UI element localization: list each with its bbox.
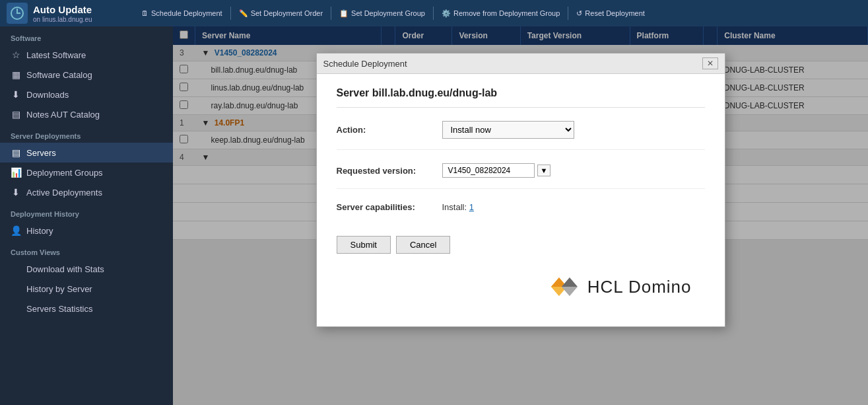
edit-icon: ✏️ [239,9,248,18]
version-box: V1450_08282024 [442,163,535,178]
svg-marker-6 [562,287,578,296]
sidebar-item-latest-software[interactable]: ☆ Latest Software [0,45,173,65]
main-area: Software ☆ Latest Software ▦ Software Ca… [0,26,868,405]
set-deployment-group-btn[interactable]: 📋 Set Deployment Group [334,7,430,20]
reset-deployment-btn[interactable]: ↺ Reset Deployment [571,7,650,20]
hcl-logo-icon [546,274,582,300]
modal-action-field: Action: Install now Schedule Cancel [337,121,705,150]
server-deployments-section-label: Server Deployments [0,124,173,143]
version-value: V1450_08282024 ▼ [442,163,705,178]
spacer-icon-1 [11,264,21,274]
content-area: Server Name Order Version Target Version… [173,26,868,405]
capabilities-text: Install: [442,202,469,212]
app-title-block: Auto Update on linus.lab.dnug.eu [33,4,92,23]
sidebar-item-servers-statistics[interactable]: Servers Statistics [0,299,173,318]
action-label: Action: [337,125,442,135]
submit-button[interactable]: Submit [337,236,391,254]
toolbar-separator-4 [568,7,568,20]
cancel-button[interactable]: Cancel [396,236,450,254]
spacer-icon-3 [11,303,21,314]
set-deployment-order-btn[interactable]: ✏️ Set Deployment Order [234,7,328,20]
deployment-history-section-label: Deployment History [0,202,173,221]
modal-close-button[interactable]: ✕ [702,57,718,69]
svg-marker-5 [562,277,578,287]
schedule-deployment-btn[interactable]: 🗓 Schedule Deployment [136,7,228,20]
action-value: Install now Schedule Cancel [442,121,705,139]
notes-icon: ▤ [11,109,21,120]
capabilities-label: Server capabilities: [337,202,442,212]
remove-from-group-btn[interactable]: ⚙️ Remove from Deployment Group [436,7,565,20]
sidebar-item-active-deployments[interactable]: ⬇ Active Deployments [0,182,173,202]
sidebar-item-history-by-server[interactable]: History by Server [0,279,173,299]
modal-logo-area: HCL Domino [337,267,705,313]
modal-server-title: Server bill.lab.dnug.eu/dnug-lab [337,87,705,108]
clipboard-icon: 📋 [339,9,349,18]
top-bar: Auto Update on linus.lab.dnug.eu 🗓 Sched… [0,0,868,26]
history-icon: 👤 [11,225,21,236]
reset-icon: ↺ [576,9,582,18]
toolbar-separator-1 [230,7,231,20]
modal-title: Schedule Deployment [323,59,407,69]
toolbar-separator-3 [433,7,434,20]
calendar-icon: 🗓 [141,9,149,17]
modal-version-field: Requested version: V1450_08282024 ▼ [337,163,705,189]
servers-icon: ▤ [11,147,21,158]
toolbar: 🗓 Schedule Deployment ✏️ Set Deployment … [136,7,861,20]
version-label: Requested version: [337,166,442,176]
modal-capabilities-field: Server capabilities: Install: 1 [337,202,705,223]
modal-titlebar: Schedule Deployment ✕ [317,54,725,74]
app-title: Auto Update [33,4,92,16]
sidebar-item-downloads[interactable]: ⬇ Downloads [0,85,173,104]
sidebar-item-deployment-groups[interactable]: 📊 Deployment Groups [0,163,173,182]
capabilities-value: Install: 1 [442,202,705,212]
spacer-icon-2 [11,283,21,294]
modal-body: Server bill.lab.dnug.eu/dnug-lab Action:… [317,74,725,326]
star-icon: ☆ [11,50,21,60]
software-section-label: Software [0,26,173,45]
sidebar-item-software-catalog[interactable]: ▦ Software Catalog [0,65,173,85]
modal-overlay: Schedule Deployment ✕ Server bill.lab.dn… [173,26,868,405]
sidebar-item-history[interactable]: 👤 History [0,221,173,240]
version-dropdown-btn[interactable]: ▼ [537,165,551,176]
action-select[interactable]: Install now Schedule Cancel [442,121,574,139]
toolbar-separator-2 [331,7,331,20]
capabilities-link[interactable]: 1 [469,202,474,212]
app-wrapper: Auto Update on linus.lab.dnug.eu 🗓 Sched… [0,0,868,405]
hcl-logo: HCL Domino [546,274,692,300]
download-icon: ⬇ [11,89,21,100]
custom-views-section-label: Custom Views [0,240,173,259]
sidebar-item-notes-aut-catalog[interactable]: ▤ Notes AUT Catalog [0,104,173,124]
sidebar: Software ☆ Latest Software ▦ Software Ca… [0,26,173,405]
active-icon: ⬇ [11,187,21,198]
catalog-icon: ▦ [11,69,21,80]
app-subtitle: on linus.lab.dnug.eu [33,16,92,23]
hcl-domino-text: HCL Domino [587,277,692,297]
schedule-deployment-modal: Schedule Deployment ✕ Server bill.lab.dn… [316,53,725,327]
logo-icon [7,3,28,24]
gear-icon: ⚙️ [442,9,451,18]
groups-icon: 📊 [11,167,21,178]
app-logo: Auto Update on linus.lab.dnug.eu [7,3,125,24]
modal-buttons: Submit Cancel [337,236,705,254]
sidebar-item-download-with-stats[interactable]: Download with Stats [0,259,173,279]
sidebar-item-servers[interactable]: ▤ Servers [0,143,173,163]
